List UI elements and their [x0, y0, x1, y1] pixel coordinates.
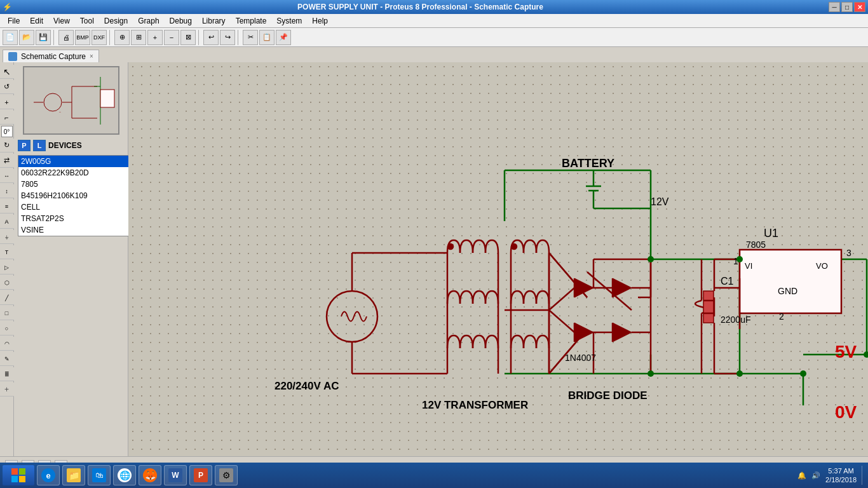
- device-item-4[interactable]: CELL: [18, 201, 131, 213]
- box-tool[interactable]: □: [0, 306, 14, 320]
- save-button[interactable]: 💾: [36, 30, 51, 45]
- windows-logo-icon: [11, 468, 26, 483]
- redo-button[interactable]: ↪: [220, 30, 235, 45]
- goto-button[interactable]: ⊕: [114, 30, 130, 45]
- taskbar-word[interactable]: W: [164, 465, 187, 485]
- menu-item-file[interactable]: File: [3, 15, 25, 27]
- close-button[interactable]: ✕: [854, 2, 865, 12]
- tab-close-button[interactable]: ×: [90, 53, 93, 60]
- taskbar-ie[interactable]: e: [37, 465, 60, 485]
- taskbar-unknown[interactable]: ⚙: [215, 465, 238, 485]
- taskbar-store[interactable]: 🛍: [88, 465, 111, 485]
- battery-voltage-label: 12V: [651, 196, 669, 207]
- selection-tool[interactable]: ↖: [0, 65, 14, 79]
- canvas-area[interactable]: BATTERY 12V U1 7805 VI VO GND 1 2 3 C1 2…: [128, 62, 868, 456]
- firefox-icon: 🦊: [143, 468, 157, 482]
- mirror-v[interactable]: ↕: [0, 184, 14, 198]
- rotate-cw[interactable]: ↻: [0, 139, 14, 152]
- tape-tool[interactable]: ⬡: [0, 276, 14, 290]
- wire-tool[interactable]: ⌐: [0, 111, 14, 125]
- add-tool[interactable]: +: [0, 383, 14, 396]
- paste-button[interactable]: 📌: [276, 30, 291, 45]
- new-button[interactable]: 📄: [3, 30, 18, 45]
- svg-point-30: [327, 291, 377, 342]
- taskbar-powerpoint[interactable]: P: [189, 465, 212, 485]
- main-layout: ↖ ↺ + ⌐ 0° ↻ ⇄ ↔ ↕ ≡ A ⏚ T ▷ ⬡ ╱ □ ○ ◠ ✎…: [0, 62, 868, 456]
- zoomout-button[interactable]: −: [164, 30, 179, 45]
- open-button[interactable]: 📂: [19, 30, 34, 45]
- devices-l-button[interactable]: L: [33, 140, 46, 151]
- tb-btn-3[interactable]: DXF: [92, 30, 107, 45]
- svg-rect-88: [11, 468, 18, 475]
- menu-item-debug[interactable]: Debug: [165, 15, 197, 27]
- zoomin-button[interactable]: +: [147, 30, 163, 45]
- device-item-5[interactable]: TRSAT2P2S: [18, 213, 131, 224]
- devices-title: DEVICES: [48, 141, 82, 150]
- toolbar: 📄 📂 💾 🖨 BMP DXF ⊕ ⊞ + − ⊠ ↩ ↪ ✂ 📋 📌: [0, 28, 868, 47]
- taskbar-firefox[interactable]: 🦊: [139, 465, 161, 485]
- vo-label: VO: [816, 261, 828, 271]
- device-item-6[interactable]: VSINE: [18, 224, 131, 236]
- devices-header: P L DEVICES: [14, 139, 128, 152]
- print-button[interactable]: 🖨: [58, 30, 74, 45]
- svg-rect-89: [19, 468, 25, 475]
- text-tool[interactable]: T: [0, 245, 14, 259]
- c1-val-label: 2200uF: [721, 315, 750, 325]
- minimize-button[interactable]: ─: [829, 2, 840, 12]
- word-icon: W: [168, 468, 182, 482]
- probe-tool[interactable]: ▷: [0, 261, 14, 274]
- show-desktop-button[interactable]: [862, 466, 865, 485]
- mirror-h[interactable]: ↔: [0, 169, 14, 183]
- devices-p-button[interactable]: P: [18, 140, 31, 151]
- schematic-capture-tab[interactable]: Schematic Capture ×: [3, 50, 99, 62]
- tab-label: Schematic Capture: [21, 52, 86, 61]
- minimap-svg: ~: [24, 67, 119, 135]
- menu-item-system[interactable]: System: [271, 15, 307, 27]
- cut-button[interactable]: ✂: [243, 30, 258, 45]
- taskbar-explorer[interactable]: 📁: [62, 465, 85, 485]
- device-item-1[interactable]: 06032R222K9B20D: [18, 167, 131, 179]
- svg-line-63: [549, 310, 574, 332]
- left-panel: ~ P L DEVICES 2W005G06032R222K9B20D7805B…: [14, 62, 128, 456]
- menu-item-graph[interactable]: Graph: [133, 15, 164, 27]
- junction-tool[interactable]: +: [0, 95, 14, 109]
- rotate-ccw[interactable]: ⇄: [0, 154, 14, 168]
- origin-button[interactable]: ⊞: [131, 30, 146, 45]
- time-block[interactable]: 5:37 AM 2/18/2018: [825, 466, 857, 485]
- symbol-tool[interactable]: ≣: [0, 367, 14, 381]
- line-tool[interactable]: ╱: [0, 291, 14, 305]
- svg-rect-91: [19, 476, 25, 482]
- script-tool[interactable]: ✎: [0, 352, 14, 366]
- device-item-0[interactable]: 2W005G: [18, 156, 131, 167]
- component-tool[interactable]: ↺: [0, 80, 14, 94]
- arc-tool[interactable]: ◠: [0, 337, 14, 351]
- power-tool[interactable]: ⏚: [0, 230, 14, 244]
- menu-item-design[interactable]: Design: [99, 15, 133, 27]
- svg-point-87: [864, 351, 868, 358]
- pin3-label: 3: [846, 248, 851, 258]
- menu-item-library[interactable]: Library: [197, 15, 231, 27]
- device-item-3[interactable]: B45196H2106K109: [18, 190, 131, 201]
- tb-btn-2[interactable]: BMP: [75, 30, 90, 45]
- undo-button[interactable]: ↩: [203, 30, 219, 45]
- menu-item-template[interactable]: Template: [231, 15, 272, 27]
- zoomall-button[interactable]: ⊠: [180, 30, 196, 45]
- menu-item-view[interactable]: View: [48, 15, 75, 27]
- menu-item-help[interactable]: Help: [307, 15, 333, 27]
- device-item-2[interactable]: 7805: [18, 179, 131, 190]
- minimap[interactable]: ~: [23, 66, 119, 135]
- restore-button[interactable]: □: [841, 2, 853, 12]
- diode-label: 1N4007: [565, 353, 596, 363]
- start-button[interactable]: [3, 465, 34, 485]
- taskbar-chrome[interactable]: 🌐: [113, 465, 136, 485]
- menu-item-edit[interactable]: Edit: [25, 15, 48, 27]
- label-tool[interactable]: A: [0, 215, 14, 229]
- bus-tool[interactable]: ≡: [0, 200, 14, 214]
- svg-point-37: [448, 244, 453, 249]
- svg-point-83: [648, 370, 654, 377]
- menu-item-tool[interactable]: Tool: [75, 15, 99, 27]
- circle-tool[interactable]: ○: [0, 322, 14, 336]
- copy-button[interactable]: 📋: [259, 30, 275, 45]
- volume-icon[interactable]: 🔊: [811, 471, 820, 480]
- toolbar-separator-2: [109, 30, 112, 45]
